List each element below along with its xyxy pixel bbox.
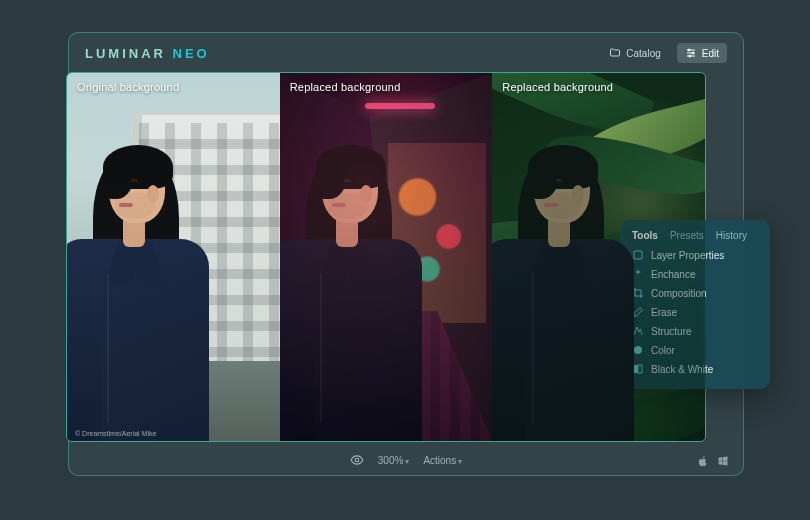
svg-point-2 <box>689 55 691 57</box>
tool-erase[interactable]: Erase <box>632 306 758 318</box>
tab-presets[interactable]: Presets <box>670 230 704 241</box>
svg-point-1 <box>692 52 694 54</box>
svg-point-3 <box>355 458 359 462</box>
panel-replaced-1: Replaced background <box>280 73 493 441</box>
folder-icon <box>609 47 621 59</box>
panel-label: Replaced background <box>290 81 401 93</box>
tool-composition[interactable]: Composition <box>632 287 758 299</box>
tool-label: Black & White <box>651 364 713 375</box>
chevron-down-icon: ▾ <box>405 457 409 466</box>
tool-label: Erase <box>651 307 677 318</box>
panel-original: Original background © Dreamstime/Aerial … <box>67 73 280 441</box>
tab-history[interactable]: History <box>716 230 747 241</box>
subject <box>67 123 209 441</box>
panel-label: Original background <box>77 81 179 93</box>
catalog-tab-label: Catalog <box>626 48 660 59</box>
svg-rect-4 <box>634 251 642 259</box>
tools-list: Layer Properties Enchance Composition Er… <box>632 249 758 375</box>
tools-popover: Tools Presets History Layer Properties E… <box>620 220 770 389</box>
tab-tools[interactable]: Tools <box>632 230 658 241</box>
tool-structure[interactable]: Structure <box>632 325 758 337</box>
preview-toggle[interactable] <box>350 453 364 467</box>
subject <box>280 123 422 441</box>
logo-neo: NEO <box>173 46 210 61</box>
app-logo: LUMINAR NEO <box>85 46 210 61</box>
svg-rect-6 <box>634 365 638 373</box>
actions-label: Actions <box>423 455 456 466</box>
image-credit: © Dreamstime/Aerial Mike <box>75 430 156 437</box>
logo-luminar: LUMINAR <box>85 46 166 61</box>
svg-point-5 <box>634 346 642 354</box>
tool-label: Composition <box>651 288 707 299</box>
popover-tabs: Tools Presets History <box>632 230 758 241</box>
panel-label: Replaced background <box>502 81 613 93</box>
windows-icon <box>717 455 729 467</box>
subject <box>492 123 634 441</box>
os-badges <box>697 455 729 467</box>
tool-enhance[interactable]: Enchance <box>632 268 758 280</box>
chevron-down-icon: ▾ <box>458 457 462 466</box>
tool-label: Structure <box>651 326 692 337</box>
actions-dropdown[interactable]: Actions▾ <box>423 455 462 466</box>
zoom-dropdown[interactable]: 300%▾ <box>378 455 410 466</box>
zoom-value: 300% <box>378 455 404 466</box>
tool-label: Color <box>651 345 675 356</box>
svg-rect-7 <box>638 365 642 373</box>
top-bar: LUMINAR NEO Catalog Edit <box>69 33 743 73</box>
bottom-bar: 300%▾ Actions▾ <box>69 445 743 475</box>
tool-color[interactable]: Color <box>632 344 758 356</box>
edit-tab-label: Edit <box>702 48 719 59</box>
tool-label: Enchance <box>651 269 695 280</box>
apple-icon <box>697 455 709 467</box>
svg-point-0 <box>688 49 690 51</box>
edit-tab[interactable]: Edit <box>677 43 727 63</box>
tool-bw[interactable]: Black & White <box>632 363 758 375</box>
eye-icon <box>350 453 364 467</box>
comparison-triptych: Original background © Dreamstime/Aerial … <box>66 72 706 442</box>
tool-layer-properties[interactable]: Layer Properties <box>632 249 758 261</box>
tool-label: Layer Properties <box>651 250 724 261</box>
sliders-icon <box>685 47 697 59</box>
catalog-tab[interactable]: Catalog <box>601 43 668 63</box>
